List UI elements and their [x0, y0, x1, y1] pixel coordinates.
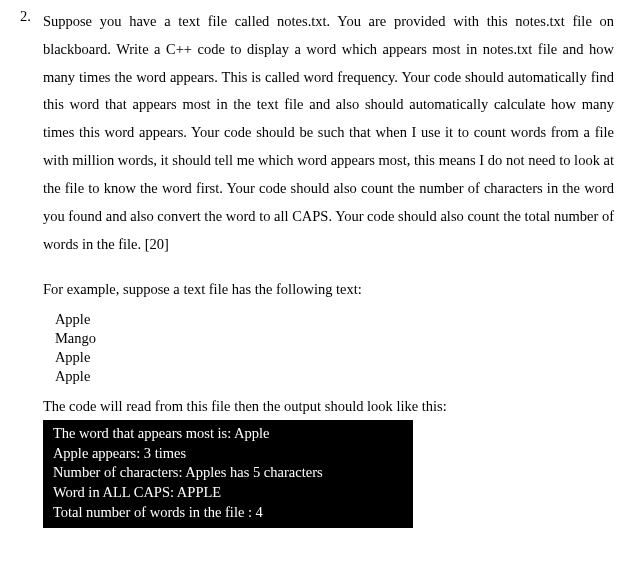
question-block: 2. Suppose you have a text file called n…: [20, 8, 614, 528]
output-line: Number of characters: Apples has 5 chara…: [53, 463, 403, 483]
output-line: Word in ALL CAPS: APPLE: [53, 483, 403, 503]
example-outro: The code will read from this file then t…: [43, 394, 614, 419]
question-number: 2.: [20, 8, 31, 25]
question-body: Suppose you have a text file called note…: [43, 8, 614, 528]
output-line: The word that appears most is: Apple: [53, 424, 403, 444]
example-intro: For example, suppose a text file has the…: [43, 276, 614, 304]
output-console: The word that appears most is: Apple App…: [43, 420, 413, 528]
list-item: Apple: [55, 310, 614, 329]
list-item: Apple: [55, 367, 614, 386]
list-item: Apple: [55, 348, 614, 367]
example-file-contents: Apple Mango Apple Apple: [55, 310, 614, 385]
output-line: Apple appears: 3 times: [53, 444, 403, 464]
question-text: Suppose you have a text file called note…: [43, 8, 614, 258]
output-line: Total number of words in the file : 4: [53, 503, 403, 523]
list-item: Mango: [55, 329, 614, 348]
